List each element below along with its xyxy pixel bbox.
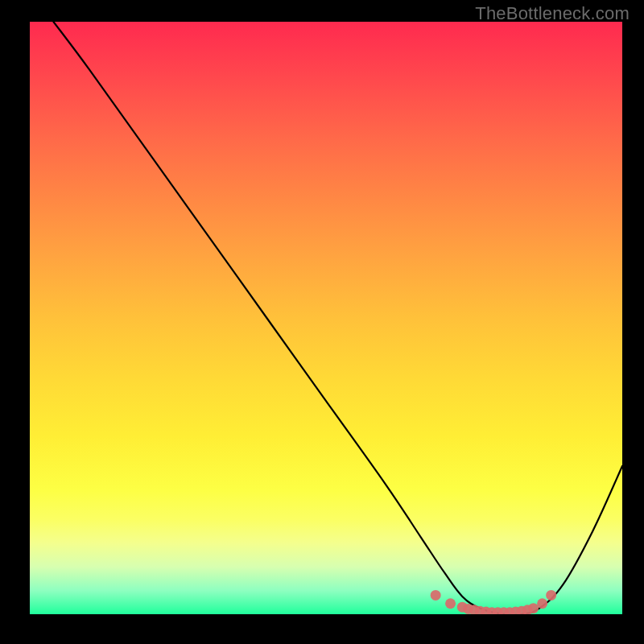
svg-point-6: [481, 607, 491, 614]
low-bottleneck-markers: [30, 22, 622, 614]
chart-plot-area: [30, 22, 622, 614]
svg-point-12: [516, 606, 526, 614]
svg-point-16: [546, 590, 556, 601]
svg-point-15: [537, 598, 547, 609]
watermark-text: TheBottleneck.com: [475, 3, 630, 24]
svg-point-7: [487, 607, 497, 614]
svg-point-13: [522, 605, 533, 614]
svg-point-14: [528, 603, 539, 613]
svg-point-1: [445, 598, 456, 609]
svg-point-5: [475, 606, 485, 614]
svg-point-3: [463, 604, 473, 614]
svg-point-0: [431, 590, 441, 601]
svg-point-10: [505, 607, 515, 614]
svg-point-2: [457, 602, 468, 613]
svg-point-11: [510, 607, 521, 614]
bottleneck-curve: [30, 22, 622, 614]
svg-point-8: [493, 607, 503, 614]
svg-point-9: [498, 607, 509, 614]
svg-point-4: [469, 605, 480, 614]
